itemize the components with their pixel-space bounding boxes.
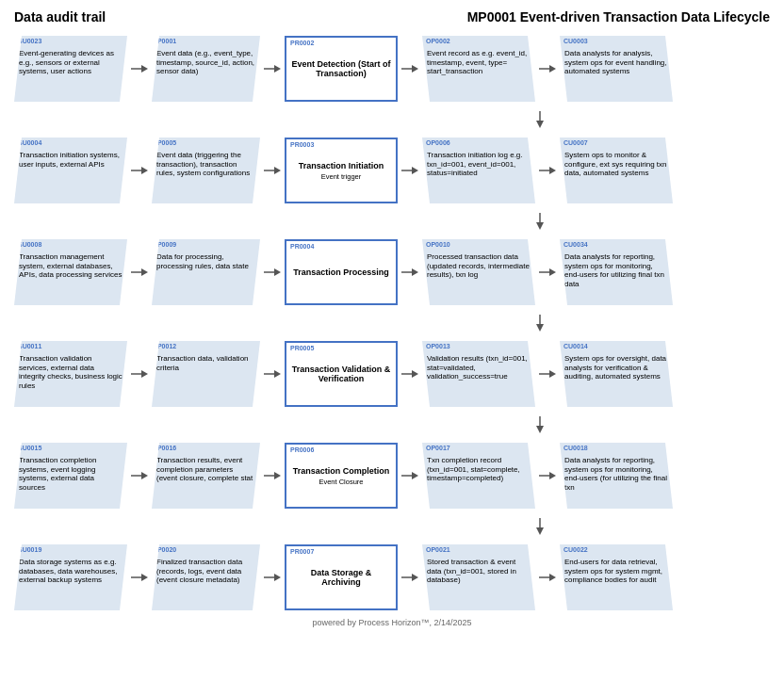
cu-id-1: CU0007 — [564, 139, 588, 146]
op-text-2: Processed transaction data (updated reco… — [427, 252, 531, 280]
svg-marker-49 — [536, 527, 544, 535]
su-box-4: SU0015 Transaction completion systems, e… — [14, 443, 127, 509]
ip-box-5: IP0020 Finalized transaction data (recor… — [152, 544, 260, 610]
ip-box-1: IP0005 Event data (triggering the transa… — [152, 138, 260, 203]
svg-marker-41 — [141, 472, 148, 479]
pr-text-0: Event Detection (Start of Transaction) — [291, 59, 391, 78]
ip-text-1: Event data (triggering the transaction),… — [156, 151, 255, 178]
pr-id-4: PR0006 — [290, 446, 314, 453]
cu-box-2: CU0034 Data analysts for reporting, syst… — [560, 239, 673, 305]
pr-sub-1: Event trigger — [321, 172, 362, 181]
pr-text-4: Transaction Completion — [293, 466, 390, 476]
pr-id-0: PR0002 — [290, 40, 314, 46]
pr-id-1: PR0003 — [290, 141, 314, 148]
h-arrow-pr-op-0 — [401, 63, 418, 74]
pr-text-3: Transaction Validation & Verification — [291, 365, 391, 383]
op-id-2: OP0010 — [426, 241, 450, 248]
ip-box-3: IP0012 Transaction data, validation crit… — [152, 341, 260, 407]
su-text-4: Transaction completion systems, event lo… — [19, 456, 122, 492]
arrow-down-5 — [14, 518, 770, 535]
su-box-2: SU0008 Transaction management system, ex… — [14, 239, 127, 305]
su-text-5: Data storage systems as e.g. databases, … — [19, 558, 122, 585]
arrow-down-2 — [14, 213, 770, 230]
ip-id-5: IP0020 — [155, 546, 176, 553]
row-5: SU0019 Data storage systems as e.g. data… — [14, 544, 770, 610]
svg-marker-9 — [536, 121, 544, 128]
op-box-3: OP0013 Validation results (txn_id=001, s… — [422, 341, 535, 407]
h-arrow-su-ip-1 — [131, 165, 148, 176]
svg-marker-27 — [549, 268, 556, 276]
cu-text-2: Data analysts for reporting, system ops … — [564, 252, 668, 288]
op-id-3: OP0013 — [426, 343, 450, 349]
pr-box-4: PR0006 Transaction Completion Event Clos… — [285, 443, 398, 509]
h-arrow-pr-op-4 — [401, 470, 418, 481]
su-box-5: SU0019 Data storage systems as e.g. data… — [14, 544, 127, 610]
cu-box-4: CU0018 Data analysts for reporting, syst… — [560, 443, 673, 509]
header-right: MP0001 Event-driven Transaction Data Lif… — [467, 9, 770, 24]
su-id-1: SU0004 — [18, 139, 41, 146]
ip-box-0: IP0001 Event data (e.g., event_type, tim… — [152, 36, 260, 102]
su-box-1: SU0004 Transaction initiation systems, u… — [14, 138, 127, 203]
svg-marker-45 — [412, 472, 418, 479]
cu-text-5: End-users for data retrieval, system ops… — [564, 558, 668, 585]
row-4: SU0015 Transaction completion systems, e… — [14, 443, 770, 509]
ip-text-3: Transaction data, validation criteria — [156, 354, 255, 372]
footer: powered by Process Horizon™, 2/14/2025 — [14, 618, 770, 627]
svg-marker-47 — [549, 472, 556, 479]
h-arrow-su-ip-2 — [131, 267, 148, 278]
h-arrow-pr-op-1 — [401, 165, 418, 176]
arrow-down-1 — [14, 111, 770, 128]
pr-box-5: PR0007 Data Storage & Archiving — [285, 544, 398, 610]
cu-text-1: System ops to monitor & configure, ext s… — [564, 151, 668, 178]
su-id-0: SU0023 — [18, 38, 41, 44]
h-arrow-su-ip-5 — [131, 572, 148, 583]
h-arrow-su-ip-0 — [131, 63, 148, 74]
cu-box-0: CU0003 Data analysts for analysis, syste… — [560, 36, 673, 102]
op-text-4: Txn completion record (txn_id=001, stat=… — [427, 456, 531, 483]
arrow-down-3 — [14, 315, 770, 332]
op-text-5: Stored transaction & event data (txn_id=… — [427, 558, 531, 585]
pr-box-3: PR0005 Transaction Validation & Verifica… — [285, 341, 398, 407]
h-arrow-pr-op-5 — [401, 572, 418, 583]
svg-marker-39 — [536, 426, 544, 433]
pr-id-3: PR0005 — [290, 345, 314, 351]
arrow-down-4 — [14, 416, 770, 433]
svg-marker-55 — [412, 574, 418, 581]
cu-text-4: Data analysts for reporting, system ops … — [564, 456, 668, 492]
row-1: SU0004 Transaction initiation systems, u… — [14, 138, 770, 203]
cu-box-5: CU0022 End-users for data retrieval, sys… — [560, 544, 673, 610]
pr-box-1: PR0003 Transaction Initiation Event trig… — [285, 138, 398, 203]
svg-marker-5 — [412, 65, 418, 73]
svg-marker-43 — [274, 472, 281, 479]
h-arrow-ip-pr-2 — [264, 267, 281, 278]
op-id-1: OP0006 — [426, 139, 450, 146]
cu-id-2: CU0034 — [564, 241, 588, 248]
header: Data audit trail MP0001 Event-driven Tra… — [14, 9, 770, 24]
svg-marker-35 — [412, 370, 418, 378]
diagram: SU0023 Event-generating devices as e.g.,… — [14, 36, 770, 610]
su-box-3: SU0011 Transaction validation services, … — [14, 341, 127, 407]
h-arrow-su-ip-4 — [131, 470, 148, 481]
su-text-3: Transaction validation services, externa… — [19, 354, 122, 390]
su-text-0: Event-generating devices as e.g., sensor… — [19, 49, 122, 76]
su-id-4: SU0015 — [18, 445, 41, 451]
h-arrow-su-ip-3 — [131, 368, 148, 380]
row-0: SU0023 Event-generating devices as e.g.,… — [14, 36, 770, 102]
svg-marker-17 — [549, 167, 556, 174]
op-id-4: OP0017 — [426, 445, 450, 451]
h-arrow-op-cu-1 — [539, 165, 556, 176]
su-id-5: SU0019 — [18, 546, 41, 553]
pr-id-2: PR0004 — [290, 243, 314, 250]
cu-id-3: CU0014 — [564, 343, 588, 349]
su-id-3: SU0011 — [18, 343, 41, 349]
su-text-2: Transaction management system, external … — [19, 252, 122, 280]
svg-marker-57 — [549, 574, 556, 581]
op-text-3: Validation results (txn_id=001, stat=val… — [427, 354, 531, 381]
svg-marker-29 — [536, 324, 544, 332]
pr-text-1: Transaction Initiation — [299, 161, 384, 170]
svg-marker-1 — [141, 65, 148, 73]
h-arrow-op-cu-0 — [539, 63, 556, 74]
su-text-1: Transaction initiation systems, user inp… — [19, 151, 122, 169]
op-box-5: OP0021 Stored transaction & event data (… — [422, 544, 535, 610]
op-text-0: Event record as e.g. event_id, timestamp… — [427, 49, 531, 76]
